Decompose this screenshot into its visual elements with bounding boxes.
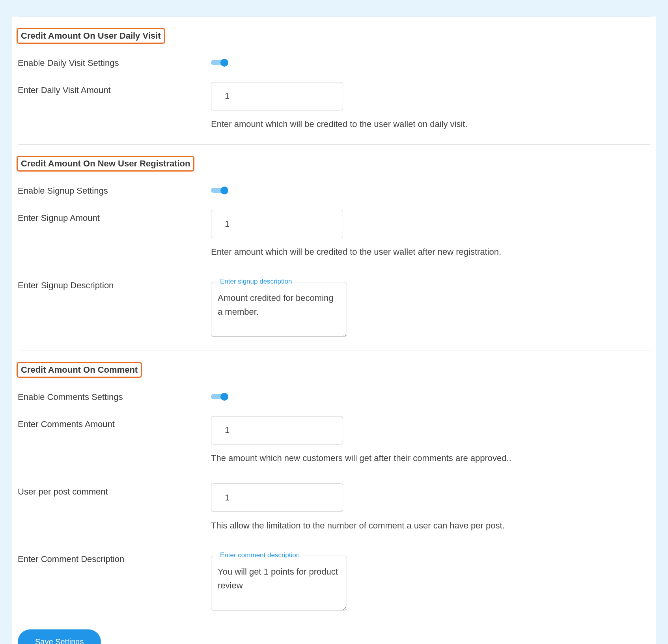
label-enable-daily-visit: Enable Daily Visit Settings bbox=[18, 55, 211, 68]
toggle-daily-visit[interactable] bbox=[211, 59, 228, 66]
textarea-signup-description[interactable] bbox=[211, 282, 347, 337]
row-signup-description: Enter Signup Description Enter signup de… bbox=[18, 277, 650, 337]
settings-panel: Credit Amount On User Daily Visit Enable… bbox=[12, 17, 656, 644]
help-signup-amount: Enter amount which will be credited to t… bbox=[211, 246, 650, 258]
row-enable-signup: Enable Signup Settings bbox=[18, 183, 650, 196]
row-daily-visit-amount: Enter Daily Visit Amount Enter amount wh… bbox=[18, 82, 650, 131]
save-settings-button[interactable]: Save Settings bbox=[18, 629, 101, 644]
label-daily-visit-amount: Enter Daily Visit Amount bbox=[18, 82, 211, 95]
row-enable-daily-visit: Enable Daily Visit Settings bbox=[18, 55, 650, 68]
section-header-daily-visit: Credit Amount On User Daily Visit bbox=[17, 28, 165, 44]
row-comment-description: Enter Comment Description Enter comment … bbox=[18, 551, 650, 611]
input-comments-amount[interactable] bbox=[211, 416, 343, 444]
label-signup-description: Enter Signup Description bbox=[18, 277, 211, 291]
label-enable-signup: Enable Signup Settings bbox=[18, 183, 211, 196]
divider bbox=[18, 17, 650, 17]
fieldset-signup-description: Enter signup description bbox=[211, 282, 347, 337]
row-signup-amount: Enter Signup Amount Enter amount which w… bbox=[18, 210, 650, 258]
input-per-post-comment[interactable] bbox=[211, 483, 343, 512]
help-per-post-comment: This allow the limitation to the number … bbox=[211, 520, 650, 532]
label-comment-description: Enter Comment Description bbox=[18, 551, 211, 564]
row-enable-comments: Enable Comments Settings bbox=[18, 389, 650, 402]
row-comments-amount: Enter Comments Amount The amount which n… bbox=[18, 416, 650, 465]
input-signup-amount[interactable] bbox=[211, 210, 343, 238]
toggle-signup[interactable] bbox=[211, 187, 228, 194]
toggle-comments[interactable] bbox=[211, 393, 228, 400]
label-signup-amount: Enter Signup Amount bbox=[18, 210, 211, 223]
label-comments-amount: Enter Comments Amount bbox=[18, 416, 211, 429]
help-daily-visit-amount: Enter amount which will be credited to t… bbox=[211, 118, 650, 131]
textarea-comment-description[interactable] bbox=[211, 556, 347, 610]
input-daily-visit-amount[interactable] bbox=[211, 82, 343, 110]
label-per-post-comment: User per post comment bbox=[18, 483, 211, 497]
section-header-signup: Credit Amount On New User Registration bbox=[17, 156, 194, 172]
divider bbox=[18, 144, 650, 145]
fieldset-comment-description: Enter comment description bbox=[211, 556, 347, 611]
divider bbox=[18, 351, 650, 351]
label-enable-comments: Enable Comments Settings bbox=[18, 389, 211, 402]
section-header-comment: Credit Amount On Comment bbox=[17, 362, 142, 378]
legend-comment-description: Enter comment description bbox=[218, 551, 302, 559]
row-per-post-comment: User per post comment This allow the lim… bbox=[18, 483, 650, 532]
help-comments-amount: The amount which new customers will get … bbox=[211, 452, 650, 465]
legend-signup-description: Enter signup description bbox=[218, 278, 294, 286]
